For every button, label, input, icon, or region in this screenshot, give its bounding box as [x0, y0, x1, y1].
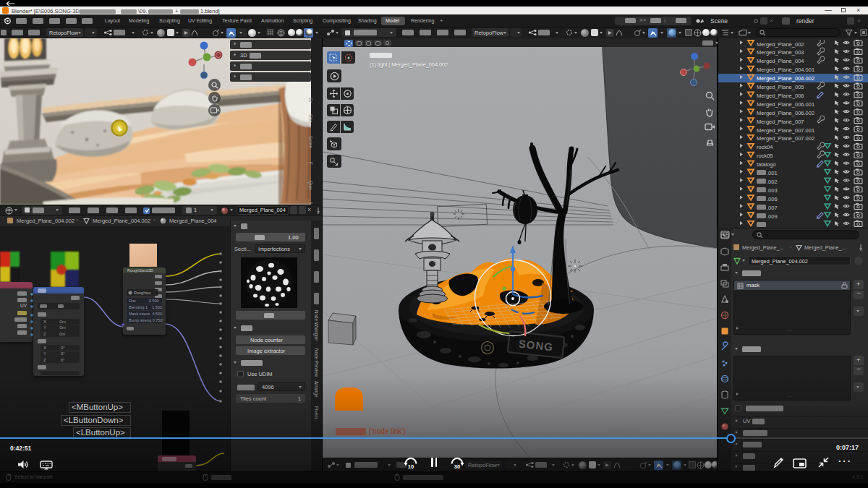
svg-text:30: 30	[454, 463, 460, 470]
svg-text:10: 10	[408, 463, 414, 470]
